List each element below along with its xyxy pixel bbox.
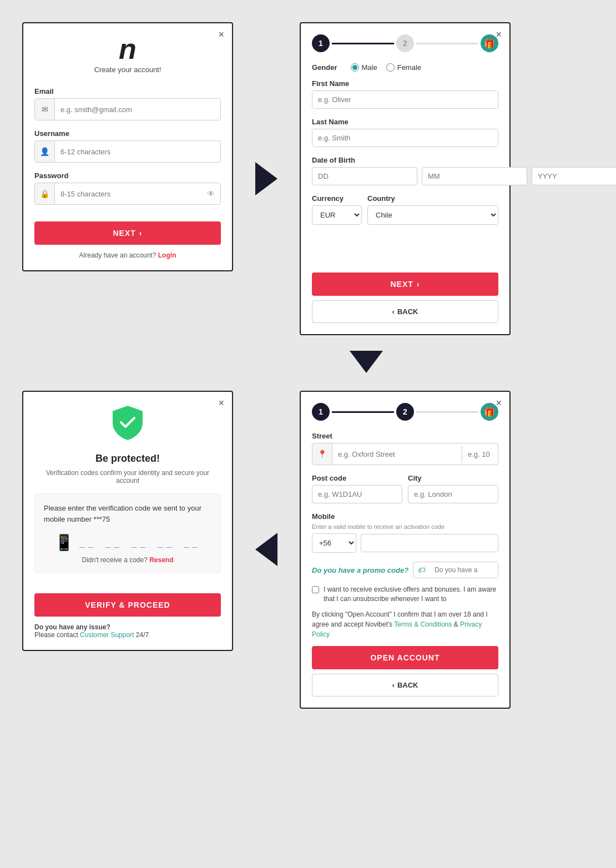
issue-text: Do you have any issue?	[34, 623, 110, 631]
verify-box: Please enter the verification code we se…	[34, 493, 221, 573]
step3-progress-bar: 1 2 🎁	[312, 403, 498, 421]
step4-close-button[interactable]: ×	[218, 397, 224, 409]
mobile-label: Mobile	[312, 512, 498, 521]
step3-back-label: BACK	[397, 681, 418, 689]
postcode-group: Post code	[312, 474, 402, 503]
step1-next-button[interactable]: NEXT ›	[34, 221, 221, 245]
female-option[interactable]: Female	[386, 63, 421, 72]
dob-row	[312, 167, 498, 185]
firstname-group: First Name	[312, 79, 498, 109]
street-number-input[interactable]	[462, 446, 498, 463]
mobile-group: Mobile Enter a valid mobile to receive a…	[312, 512, 498, 553]
postcode-input[interactable]	[312, 485, 402, 503]
mobile-row: +56	[312, 533, 498, 553]
eye-icon[interactable]: 👁	[201, 189, 220, 198]
female-label: Female	[397, 63, 421, 72]
dob-mm-input[interactable]	[422, 167, 527, 185]
step2-next-label: NEXT	[390, 280, 413, 289]
progress-bar: 1 2 🎁	[312, 34, 498, 52]
step2-back-button[interactable]: ‹ BACK	[312, 300, 498, 323]
firstname-label: First Name	[312, 79, 498, 88]
lastname-group: Last Name	[312, 118, 498, 147]
promo-row: Do you have a promo code? 🏷	[312, 562, 498, 578]
offers-checkbox[interactable]	[312, 586, 319, 593]
female-radio[interactable]	[386, 63, 395, 72]
resend-link[interactable]: Resend	[149, 556, 173, 564]
password-input-wrapper: 🔒 👁	[34, 183, 221, 205]
progress-line1	[332, 43, 394, 44]
password-input[interactable]	[55, 185, 201, 203]
dob-group: Date of Birth	[312, 156, 498, 185]
terms-conditions-link[interactable]: Terms & Conditions	[394, 620, 452, 628]
male-option[interactable]: Male	[351, 63, 377, 72]
dob-yyyy-input[interactable]	[532, 167, 616, 185]
username-group: Username 👤	[34, 129, 221, 163]
postcode-label: Post code	[312, 474, 402, 482]
street-input-row: 📍	[312, 443, 498, 465]
step2-next-button[interactable]: NEXT ›	[312, 272, 498, 296]
user-icon: 👤	[35, 141, 55, 162]
email-input[interactable]	[55, 101, 220, 118]
support-suffix: 24/7	[136, 631, 149, 639]
dob-label: Date of Birth	[312, 156, 498, 164]
verify-button[interactable]: VERIFY & PROCEED	[34, 593, 221, 617]
shield-icon-container	[34, 403, 221, 444]
promo-input[interactable]	[430, 562, 498, 578]
step1-subtitle: Create your account!	[34, 65, 221, 74]
firstname-input-wrapper	[312, 90, 498, 109]
step2-circle2: 2	[396, 34, 414, 52]
mobile-prefix-select[interactable]: +56	[312, 533, 356, 553]
mobile-input[interactable]	[361, 534, 498, 552]
arrow-left-icon	[255, 533, 277, 566]
city-input[interactable]	[408, 485, 498, 503]
step1-modal: × n Create your account! Email ✉ Usernam…	[22, 22, 233, 271]
email-input-wrapper: ✉	[34, 98, 221, 120]
offers-checkbox-text: I want to receive exclusive offers and b…	[324, 585, 498, 604]
terms-text: By clicking "Open Account" I confirm tha…	[312, 609, 498, 639]
username-input[interactable]	[55, 143, 220, 160]
step3-back-button[interactable]: ‹ BACK	[312, 674, 498, 697]
support-link[interactable]: Customer Support	[80, 631, 134, 639]
firstname-input[interactable]	[312, 91, 498, 108]
email-group: Email ✉	[34, 87, 221, 120]
city-label: City	[408, 474, 498, 482]
street-label: Street	[312, 432, 498, 440]
login-link[interactable]: Login	[158, 251, 176, 259]
code-input-row: 📱 __ __ __ __ __	[44, 533, 211, 552]
arrow-right-container	[244, 11, 289, 346]
currency-select[interactable]: EUR	[312, 205, 362, 225]
open-account-button[interactable]: OPEN ACCOUNT	[312, 646, 498, 669]
step1-close-button[interactable]: ×	[218, 29, 224, 41]
country-label: Country	[367, 194, 498, 203]
country-group: Country Chile	[367, 194, 498, 225]
currency-group: Currency EUR	[312, 194, 362, 225]
step3-back-chevron-icon: ‹	[392, 681, 395, 689]
step2-circle1: 1	[312, 34, 330, 52]
step3-circle1: 1	[312, 403, 330, 421]
step3-close-button[interactable]: ×	[496, 397, 502, 409]
male-label: Male	[362, 63, 377, 72]
dob-dd-input[interactable]	[312, 167, 417, 185]
post-city-row: Post code City	[312, 474, 498, 512]
lastname-input[interactable]	[312, 129, 498, 147]
step1-next-label: NEXT	[113, 229, 135, 238]
offers-checkbox-row: I want to receive exclusive offers and b…	[312, 585, 498, 604]
step2-close-button[interactable]: ×	[496, 29, 502, 41]
gender-row: Gender Male Female	[312, 63, 498, 72]
code-dashes: __ __ __ __ __	[79, 537, 201, 548]
password-label: Password	[34, 171, 221, 180]
country-select[interactable]: Chile	[367, 205, 498, 225]
support-text: Do you have any issue? Please contact Cu…	[34, 623, 221, 639]
arrow-down-area	[11, 346, 522, 380]
logo-letter: n	[119, 33, 137, 65]
step3-circle2: 2	[396, 403, 414, 421]
lastname-label: Last Name	[312, 118, 498, 126]
currency-label: Currency	[312, 194, 362, 203]
street-name-input[interactable]	[332, 446, 462, 463]
male-radio[interactable]	[351, 63, 359, 72]
lastname-input-wrapper	[312, 129, 498, 147]
step2-modal: × 1 2 🎁 Gender Male	[300, 22, 511, 335]
support-prefix: Please contact	[34, 631, 78, 639]
location-icon: 📍	[312, 443, 332, 465]
next-arrow-icon: ›	[139, 229, 143, 238]
